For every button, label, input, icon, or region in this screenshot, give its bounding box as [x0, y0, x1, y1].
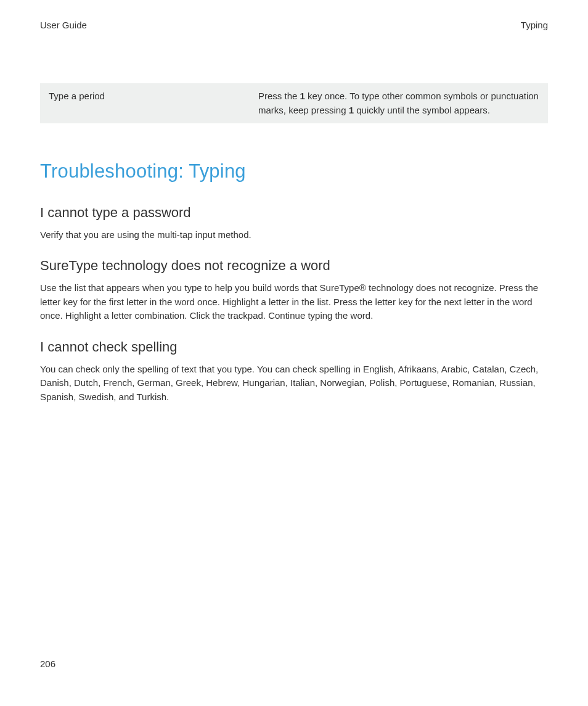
text-bold-key: 1 — [349, 105, 354, 115]
page-header: User Guide Typing — [40, 20, 548, 30]
header-left: User Guide — [40, 20, 87, 30]
text-bold-key: 1 — [300, 91, 305, 101]
body-paragraph: You can check only the spelling of text … — [40, 363, 548, 404]
table-cell-instruction: Press the 1 key once. To type other comm… — [258, 89, 539, 118]
header-right: Typing — [521, 20, 548, 30]
subsection-heading: SureType technology does not recognize a… — [40, 258, 548, 274]
text-fragment: Press the — [258, 91, 300, 101]
section-title: Troubleshooting: Typing — [40, 160, 548, 183]
table-row: Type a period Press the 1 key once. To t… — [40, 83, 548, 123]
subsection-heading: I cannot type a password — [40, 205, 548, 221]
text-fragment: quickly until the symbol appears. — [354, 105, 490, 115]
body-paragraph: Verify that you are using the multi-tap … — [40, 228, 548, 242]
table-cell-action: Type a period — [49, 89, 258, 118]
subsection-heading: I cannot check spelling — [40, 339, 548, 355]
page-number: 206 — [40, 659, 55, 669]
body-paragraph: Use the list that appears when you type … — [40, 281, 548, 323]
